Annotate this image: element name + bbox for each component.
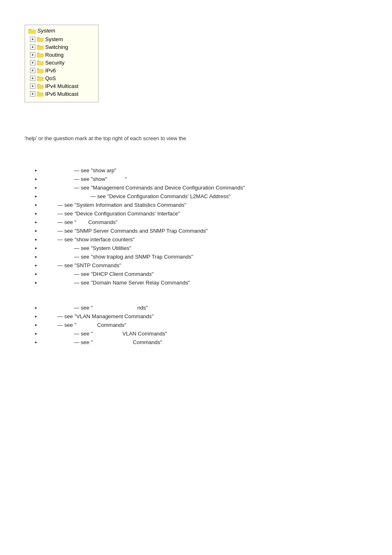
list-item: — see "show arp" <box>41 166 367 175</box>
expand-icon[interactable]: + <box>30 37 35 42</box>
tree-item-label: QoS <box>45 75 56 81</box>
tree-item-label: System <box>45 36 63 42</box>
root-folder-icon <box>28 28 36 34</box>
list-item: — see "Domain Name Server Relay Commands… <box>41 278 367 287</box>
tree-item-ipv6-multicast[interactable]: +IPv6 Multicast <box>28 90 93 98</box>
bullet-list-1: — see "show arp" — see "show" " — see "M… <box>25 166 367 287</box>
tree-item-ipv6[interactable]: +IPv6 <box>28 67 93 74</box>
list-item: — see "SNTP Commands" <box>41 261 367 270</box>
tree-item-label: Switching <box>45 44 68 50</box>
list-item: — see "SNMP Server Commands and SNMP Tra… <box>41 227 367 235</box>
bullet-list-2: — see " nds" — see "VLAN Management Comm… <box>25 303 367 347</box>
tree-root-label: System <box>37 28 55 34</box>
expand-icon[interactable]: + <box>30 44 35 50</box>
tree-item-switching[interactable]: +Switching <box>28 43 93 51</box>
svg-rect-17 <box>37 69 43 73</box>
tree-item-ipv4-multicast[interactable]: +IPv4 Multicast <box>28 82 93 90</box>
list-item: — see "Management Commands and Device Co… <box>41 183 367 192</box>
expand-icon[interactable]: + <box>30 91 35 97</box>
expand-icon[interactable]: + <box>30 60 35 65</box>
tree-item-label: Routing <box>45 52 64 58</box>
folder-icon <box>37 76 44 81</box>
list-item: — see " Commands" <box>41 218 367 227</box>
svg-rect-26 <box>37 93 43 96</box>
tree-item-security[interactable]: +Security <box>28 59 93 67</box>
list-item: — see "Device Configuration Commands' L2… <box>41 192 367 201</box>
svg-rect-5 <box>37 38 43 42</box>
list-item: — see " nds" <box>41 303 367 312</box>
tree-item-label: Security <box>45 60 65 66</box>
list-item: — see "show" " <box>41 175 367 183</box>
folder-icon <box>37 60 44 65</box>
list-item: — see "Device Configuration Commands' In… <box>41 209 367 218</box>
tree-item-routing[interactable]: +Routing <box>28 51 93 59</box>
list-item: — see " Commands" <box>41 321 367 329</box>
expand-icon[interactable]: + <box>30 76 35 81</box>
list-item: — see "System Utilities" <box>41 244 367 252</box>
list-item: — see "System Information and Statistics… <box>41 201 367 209</box>
help-text: 'help' or the question mark at the top r… <box>25 135 367 141</box>
folder-icon <box>37 52 44 58</box>
list-item: — see "DHCP Client Commands" <box>41 270 367 278</box>
svg-rect-23 <box>37 85 43 88</box>
list-item: — see " Commands" <box>41 338 367 347</box>
svg-rect-11 <box>37 54 43 57</box>
expand-icon[interactable]: + <box>30 83 35 89</box>
folder-icon <box>37 37 44 42</box>
tree-item-label: IPv4 Multicast <box>45 83 78 89</box>
folder-icon <box>37 83 44 89</box>
list-item: — see "VLAN Management Commands" <box>41 312 367 321</box>
svg-rect-14 <box>37 62 43 65</box>
expand-icon[interactable]: + <box>30 52 35 58</box>
tree-item-label: IPv6 <box>45 67 56 74</box>
tree-root: System <box>28 28 93 34</box>
tree-panel: System +System+Switching+Routing+Securit… <box>25 25 99 102</box>
expand-icon[interactable]: + <box>30 68 35 73</box>
list-item: — see " VLAN Commands" <box>41 329 367 338</box>
list-item: — see "show interface counters" <box>41 235 367 244</box>
svg-rect-8 <box>37 46 43 49</box>
list-item: — see "show traplog and SNMP Trap Comman… <box>41 252 367 261</box>
svg-rect-20 <box>37 77 43 81</box>
folder-icon <box>37 91 44 97</box>
tree-item-system[interactable]: +System <box>28 35 93 43</box>
tree-item-label: IPv6 Multicast <box>45 91 78 97</box>
tree-item-qos[interactable]: +QoS <box>28 74 93 82</box>
folder-icon <box>37 44 44 50</box>
tree-items: +System+Switching+Routing+Security+IPv6+… <box>28 35 93 98</box>
folder-icon <box>37 68 44 73</box>
svg-rect-2 <box>29 30 35 33</box>
